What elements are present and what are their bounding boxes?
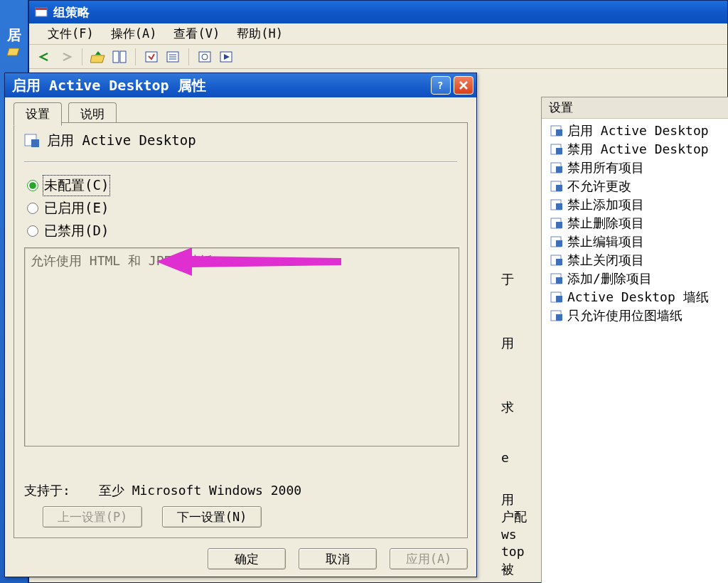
settings-list-header[interactable]: 设置	[542, 97, 728, 119]
radio-enabled-label: 已启用(E)	[44, 199, 109, 218]
radio-disabled-label: 已禁用(D)	[44, 222, 109, 240]
menu-help[interactable]: 帮助(H)	[230, 24, 290, 43]
svg-text:?: ?	[437, 80, 443, 91]
toolbar-show-hide-button[interactable]	[109, 47, 129, 67]
list-item[interactable]: 禁止删除项目	[543, 214, 728, 232]
toolbar-properties-button[interactable]	[141, 47, 161, 67]
supported-on-row: 支持于: 至少 Microsoft Windows 2000	[24, 482, 301, 499]
toolbar-extra-button[interactable]	[216, 47, 236, 67]
svg-rect-5	[120, 51, 126, 63]
radio-enabled[interactable]: 已启用(E)	[27, 199, 457, 218]
bg-text: 被	[501, 561, 514, 578]
toolbar-list-button[interactable]	[163, 47, 183, 67]
policy-icon	[24, 133, 40, 149]
policy-icon	[550, 235, 563, 248]
stripe-char: 居	[3, 26, 26, 45]
svg-rect-36	[556, 314, 562, 321]
policy-icon	[550, 309, 563, 322]
policy-icon	[550, 272, 563, 285]
policy-icon	[550, 254, 563, 267]
list-item-label: 禁用 Active Desktop	[567, 141, 709, 158]
prev-next-row: 上一设置(P) 下一设置(N)	[43, 506, 262, 528]
list-item-label: 禁止编辑项目	[567, 233, 644, 250]
list-item-label: 禁用所有项目	[567, 159, 644, 176]
list-item[interactable]: 添加/删除项目	[543, 269, 728, 288]
list-item[interactable]: 禁止添加项目	[543, 196, 728, 214]
help-button[interactable]: ?	[431, 76, 451, 95]
app-title: 组策略	[53, 4, 90, 21]
policy-icon	[550, 143, 563, 156]
list-item[interactable]: 禁止关闭项目	[543, 251, 728, 269]
list-item-label: 不允许更改	[567, 178, 631, 195]
menu-file[interactable]: 文件(F)	[41, 24, 101, 43]
tab-strip: 设置 说明	[14, 102, 472, 123]
settings-list-pane: 设置 启用 Active Desktop 禁用 Active Desktop 禁…	[541, 97, 728, 583]
toolbar-separator	[135, 48, 136, 65]
list-item[interactable]: 不允许更改	[543, 177, 728, 196]
dialog-title: 启用 Active Desktop 属性	[12, 76, 206, 95]
close-button[interactable]	[454, 76, 473, 95]
tab-settings[interactable]: 设置	[14, 102, 62, 126]
dialog-body: 设置 说明 启用 Active Desktop 未配置(C) 已启用(E)	[9, 102, 472, 541]
svg-rect-16	[556, 129, 562, 136]
radio-disabled-input[interactable]	[27, 225, 38, 237]
svg-rect-6	[146, 52, 157, 62]
policy-icon	[550, 161, 563, 174]
list-item-label: Active Desktop 墙纸	[567, 289, 709, 306]
list-item[interactable]: 只允许使用位图墙纸	[543, 306, 728, 325]
policy-icon	[550, 180, 563, 193]
svg-marker-0	[7, 48, 19, 55]
radio-enabled-input[interactable]	[27, 203, 38, 214]
bg-text: 于	[501, 271, 514, 288]
list-item[interactable]: 禁用 Active Desktop	[543, 140, 728, 159]
ok-button[interactable]: 确定	[208, 548, 286, 569]
menu-view[interactable]: 查看(V)	[166, 24, 227, 43]
menu-action[interactable]: 操作(A)	[104, 24, 164, 43]
next-setting-button[interactable]: 下一设置(N)	[162, 506, 262, 528]
app-titlebar: 组策略	[29, 1, 727, 23]
settings-list: 启用 Active Desktop 禁用 Active Desktop 禁用所有…	[542, 119, 728, 328]
description-text: 允许使用 HTML 和 JPEG 墙纸	[31, 253, 213, 268]
toolbar-back-button[interactable]	[35, 47, 55, 67]
bg-text: 户配	[501, 508, 527, 525]
stripe-icon	[3, 44, 26, 63]
bg-text: 用	[501, 491, 514, 508]
toolbar-forward-button[interactable]	[56, 47, 76, 67]
toolbar-up-button[interactable]	[88, 47, 108, 67]
policy-icon	[550, 217, 563, 230]
svg-rect-22	[556, 185, 562, 191]
svg-rect-32	[556, 277, 562, 284]
policy-icon	[550, 291, 563, 304]
description-box: 允许使用 HTML 和 JPEG 墙纸	[24, 247, 459, 446]
policy-name: 启用 Active Desktop	[47, 132, 196, 150]
list-item[interactable]: 禁用所有项目	[543, 159, 728, 177]
dialog-titlebar[interactable]: 启用 Active Desktop 属性 ?	[5, 73, 476, 97]
policy-icon	[550, 124, 563, 137]
radio-not-configured-input[interactable]	[27, 180, 38, 191]
toolbar-filter-button[interactable]	[195, 47, 215, 67]
apply-button[interactable]: 应用(A)	[390, 548, 468, 569]
list-item[interactable]: 启用 Active Desktop	[543, 122, 728, 140]
previous-setting-button[interactable]: 上一设置(P)	[43, 506, 142, 528]
svg-rect-30	[556, 259, 562, 265]
svg-marker-3	[90, 55, 105, 63]
bg-text: 求	[501, 399, 514, 416]
list-item[interactable]: 禁止编辑项目	[543, 232, 728, 251]
policy-header: 启用 Active Desktop	[24, 132, 457, 157]
bg-text: top	[501, 544, 525, 559]
toolbar	[29, 45, 727, 69]
radio-group: 未配置(C) 已启用(E) 已禁用(D)	[27, 176, 457, 240]
radio-not-configured[interactable]: 未配置(C)	[27, 176, 457, 195]
svg-rect-26	[556, 222, 562, 228]
svg-rect-4	[113, 51, 119, 63]
list-item-label: 添加/删除项目	[567, 270, 652, 287]
list-item[interactable]: Active Desktop 墙纸	[543, 288, 728, 306]
menubar: 文件(F) 操作(A) 查看(V) 帮助(H)	[29, 23, 727, 45]
svg-rect-20	[556, 166, 562, 173]
list-item-label: 禁止删除项目	[567, 215, 644, 232]
bg-text: ws	[501, 527, 517, 542]
radio-not-configured-label: 未配置(C)	[44, 176, 109, 195]
cancel-button[interactable]: 取消	[299, 548, 377, 569]
svg-rect-39	[31, 139, 39, 147]
radio-disabled[interactable]: 已禁用(D)	[27, 222, 457, 240]
